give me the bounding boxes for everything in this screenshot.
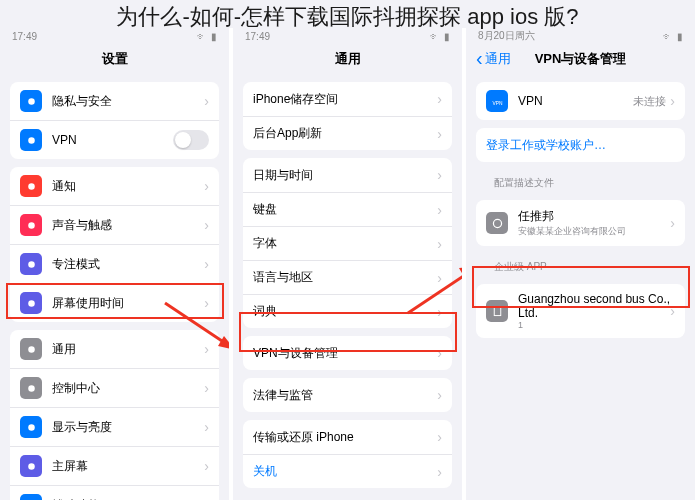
pane-vpn-management: 8月20日周六 ᯤ ▮ 通用 VPN与设备管理 VPN VPN 未连接 › 登录 xyxy=(462,28,695,500)
svg-point-3 xyxy=(28,222,35,229)
hourglass-icon xyxy=(20,292,42,314)
chevron-icon: › xyxy=(437,126,442,142)
sun-icon xyxy=(20,416,42,438)
svg-point-6 xyxy=(28,346,35,353)
chevron-icon: › xyxy=(437,236,442,252)
row-后台App刷新[interactable]: 后台App刷新› xyxy=(243,116,452,150)
chevron-icon: › xyxy=(437,202,442,218)
speaker-icon xyxy=(20,214,42,236)
chevron-icon: › xyxy=(437,464,442,480)
section-profile: 配置描述文件 xyxy=(476,170,685,192)
chevron-icon: › xyxy=(437,429,442,445)
chevron-icon: › xyxy=(670,215,675,231)
row-声音与触感[interactable]: 声音与触感› xyxy=(10,205,219,244)
svg-point-8 xyxy=(28,424,35,431)
nav-bar: 通用 xyxy=(233,44,462,74)
svg-point-1 xyxy=(28,137,35,144)
row-enterprise-app[interactable]: Guangzhou second bus Co., Ltd. 1 › xyxy=(476,284,685,338)
pane-settings: 17:49 ᯤ ▮ 设置 隐私与安全›VPN 通知›声音与触感›专注模式›屏幕使… xyxy=(0,28,229,500)
battery-icon: ▮ xyxy=(444,31,450,42)
nav-title: 通用 xyxy=(335,50,361,68)
building-icon xyxy=(486,300,508,322)
svg-rect-20 xyxy=(494,307,501,315)
chevron-icon: › xyxy=(204,380,209,396)
accessibility-icon xyxy=(20,494,42,500)
chevron-icon: › xyxy=(204,458,209,474)
row-VPN与设备管理[interactable]: VPN与设备管理› xyxy=(243,336,452,370)
moon-icon xyxy=(20,253,42,275)
row-关机[interactable]: 关机› xyxy=(243,454,452,488)
row-控制中心[interactable]: 控制中心› xyxy=(10,368,219,407)
chevron-icon: › xyxy=(670,303,675,319)
chevron-icon: › xyxy=(437,167,442,183)
toggle[interactable] xyxy=(173,130,209,150)
row-profile[interactable]: 任推邦 安徽某某企业咨询有限公司 › xyxy=(476,200,685,246)
row-隐私与安全[interactable]: 隐私与安全› xyxy=(10,82,219,120)
row-传输或还原 iPhone[interactable]: 传输或还原 iPhone› xyxy=(243,420,452,454)
gear-icon xyxy=(20,338,42,360)
pane-general: 17:49 ᯤ ▮ 通用 iPhone储存空间›后台App刷新›日期与时间›键盘… xyxy=(229,28,462,500)
arrow-1 xyxy=(160,298,229,358)
svg-point-9 xyxy=(28,463,35,470)
svg-point-19 xyxy=(493,219,501,227)
wifi-icon: ᯤ xyxy=(197,31,207,42)
row-显示与亮度[interactable]: 显示与亮度› xyxy=(10,407,219,446)
chevron-icon: › xyxy=(437,91,442,107)
row-login-work-school[interactable]: 登录工作或学校账户… xyxy=(476,128,685,162)
vpn-icon: VPN xyxy=(486,90,508,112)
svg-point-4 xyxy=(28,261,35,268)
profile-icon xyxy=(486,212,508,234)
wifi-icon: ᯤ xyxy=(430,31,440,42)
row-vpn[interactable]: VPN VPN 未连接 › xyxy=(476,82,685,120)
row-辅助功能[interactable]: 辅助功能› xyxy=(10,485,219,500)
chevron-icon: › xyxy=(204,419,209,435)
grid-icon xyxy=(20,455,42,477)
row-字体[interactable]: 字体› xyxy=(243,226,452,260)
chevron-icon: › xyxy=(204,178,209,194)
chevron-icon: › xyxy=(437,387,442,403)
nav-title: 设置 xyxy=(102,50,128,68)
page-title: 为什么-如何-怎样下载国际抖拥探探 app ios 版? xyxy=(116,2,578,32)
nav-bar: 设置 xyxy=(0,44,229,74)
battery-icon: ▮ xyxy=(211,31,217,42)
row-iPhone储存空间[interactable]: iPhone储存空间› xyxy=(243,82,452,116)
nav-bar: 通用 VPN与设备管理 xyxy=(466,44,695,74)
row-法律与监管[interactable]: 法律与监管› xyxy=(243,378,452,412)
svg-point-7 xyxy=(28,385,35,392)
battery-icon: ▮ xyxy=(677,31,683,42)
wifi-icon: ᯤ xyxy=(663,31,673,42)
chevron-icon: › xyxy=(670,93,675,109)
row-专注模式[interactable]: 专注模式› xyxy=(10,244,219,283)
row-日期与时间[interactable]: 日期与时间› xyxy=(243,158,452,192)
chevron-icon: › xyxy=(204,93,209,109)
cube-icon xyxy=(20,90,42,112)
chevron-icon: › xyxy=(204,256,209,272)
svg-point-0 xyxy=(28,98,35,105)
chevron-icon: › xyxy=(437,345,442,361)
svg-text:VPN: VPN xyxy=(492,100,502,105)
row-通知[interactable]: 通知› xyxy=(10,167,219,205)
row-键盘[interactable]: 键盘› xyxy=(243,192,452,226)
vpn-icon xyxy=(20,129,42,151)
section-enterprise: 企业级 APP xyxy=(476,254,685,276)
nav-title: VPN与设备管理 xyxy=(535,50,627,68)
svg-point-2 xyxy=(28,183,35,190)
svg-point-5 xyxy=(28,300,35,307)
row-VPN[interactable]: VPN xyxy=(10,120,219,159)
arrow-2 xyxy=(403,258,462,318)
chevron-icon: › xyxy=(204,217,209,233)
bell-icon xyxy=(20,175,42,197)
back-button[interactable]: 通用 xyxy=(476,50,511,68)
row-主屏幕[interactable]: 主屏幕› xyxy=(10,446,219,485)
sliders-icon xyxy=(20,377,42,399)
